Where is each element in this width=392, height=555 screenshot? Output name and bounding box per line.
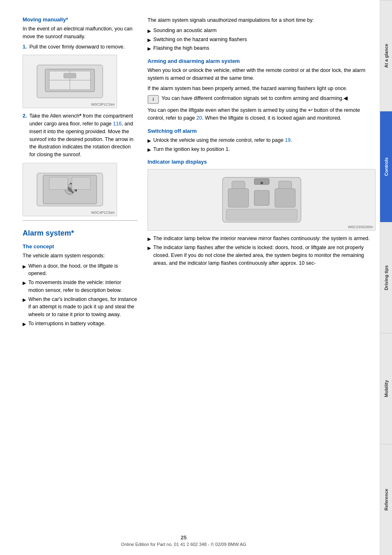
step-1: 1. Pull the cover firmly downward to rem… — [23, 43, 138, 51]
alarm-signals-intro: The alarm system signals unauthorized ma… — [148, 16, 376, 24]
side-tabs: At a glance Controls Driving tips Mobili… — [380, 0, 392, 555]
divider — [23, 220, 138, 221]
page-116-link[interactable]: 116 — [113, 121, 122, 127]
tab-reference[interactable]: Reference — [380, 444, 392, 555]
concept-title: The concept — [23, 243, 138, 250]
bullet-arrow-icon: ▶ — [148, 245, 151, 252]
arming-text-2: If the alarm system has been properly ar… — [148, 85, 376, 92]
svg-rect-22 — [254, 191, 269, 206]
svg-rect-18 — [228, 189, 249, 207]
sunroof-diagram-1 — [33, 61, 107, 102]
bullet-text: Unlock the vehicle using the remote cont… — [153, 136, 292, 144]
step-2: 2. Take the Allen wrench* from the compa… — [23, 112, 138, 159]
arming-text-1: When you lock or unlock the vehicle, eit… — [148, 67, 376, 82]
moving-manually-title: Moving manually* — [23, 16, 138, 23]
bullet-arrow-icon: ▶ — [148, 45, 151, 52]
tab-at-a-glance[interactable]: At a glance — [380, 0, 392, 111]
svg-rect-19 — [274, 189, 295, 207]
bullet-text: Sounding an acoustic alarm — [153, 27, 217, 35]
sunroof-image-1: W0C3P1C2en — [23, 55, 117, 108]
indicator-bullets: ▶ The indicator lamp below the interior … — [148, 235, 376, 267]
concept-bullets: ▶ When a door, the hood, or the liftgate… — [23, 262, 138, 328]
svg-rect-11 — [49, 177, 68, 190]
alarm-signals-bullets: ▶ Sounding an acoustic alarm ▶ Switching… — [148, 27, 376, 52]
bullet-text: Turn the ignition key to position 1. — [153, 146, 230, 153]
note-box: i You can have different confirmation si… — [148, 95, 376, 104]
note-text: You can have different confirmation sign… — [161, 95, 348, 102]
tab-controls[interactable]: Controls — [380, 111, 392, 222]
alarm-system-title: Alarm system* — [23, 229, 138, 238]
tab-label: At a glance — [384, 44, 389, 68]
bullet-arrow-icon: ▶ — [23, 296, 26, 303]
bullet-arrow-icon: ▶ — [23, 263, 26, 270]
footer-text: Online Edition for Part no. 01 41 2 602 … — [121, 542, 246, 547]
bullet-text: Flashing the high beams — [153, 44, 209, 52]
indicator-lamp-title: Indicator lamp displays — [148, 159, 376, 165]
list-item: ▶ The indicator lamp flashes after the v… — [148, 244, 376, 267]
image-1-label: W0C3P1C2en — [91, 102, 115, 106]
tab-label: Reference — [384, 489, 389, 511]
moving-manually-intro: In the event of an electrical malfunctio… — [23, 25, 138, 41]
bullet-text: When a door, the hood, or the liftgate i… — [28, 262, 138, 278]
tab-label: Controls — [384, 157, 389, 176]
tab-driving-tips[interactable]: Driving tips — [380, 222, 392, 333]
bullet-arrow-icon: ▶ — [148, 37, 151, 44]
list-item: ▶ The indicator lamp below the interior … — [148, 235, 376, 243]
bullet-text: The indicator lamp flashes after the veh… — [153, 244, 376, 267]
tab-label: Mobility — [384, 380, 389, 398]
tab-label: Driving tips — [384, 265, 389, 290]
indicator-lamp-image: W0C23S0265n — [148, 169, 376, 231]
step-1-num: 1. — [23, 43, 27, 51]
page-number: 25 — [0, 534, 367, 541]
svg-text:i: i — [152, 97, 154, 102]
right-column: The alarm system signals unauthorized ma… — [148, 16, 376, 331]
list-item: ▶ To interruptions in battery voltage. — [23, 320, 138, 328]
page-container: Moving manually* In the event of an elec… — [0, 0, 392, 555]
step-1-text: Pull the cover firmly downward to remove… — [29, 43, 125, 51]
switching-off-bullets: ▶ Unlock the vehicle using the remote co… — [148, 136, 376, 153]
svg-rect-5 — [64, 73, 76, 78]
image-2-label: W0C4P1C5en — [91, 210, 115, 215]
list-item: ▶ Unlock the vehicle using the remote co… — [148, 136, 376, 144]
list-item: ▶ Flashing the high beams — [148, 44, 376, 52]
bullet-arrow-icon: ▶ — [148, 137, 151, 144]
list-item: ▶ To movements inside the vehicle: inter… — [23, 279, 138, 294]
page-19-link[interactable]: 19 — [285, 137, 291, 143]
bullet-text: Switching on the hazard warning flashers — [153, 36, 247, 44]
indicator-image-label: W0C23S0265n — [348, 225, 373, 229]
bullet-text: To movements inside the vehicle: interio… — [28, 279, 138, 294]
svg-rect-12 — [72, 177, 90, 190]
list-item: ▶ Switching on the hazard warning flashe… — [148, 36, 376, 44]
step-2-text: Take the Allen wrench* from the compartm… — [29, 112, 138, 159]
sunroof-image-2: W0C4P1C5en — [23, 163, 117, 216]
page-footer: 25 Online Edition for Part no. 01 41 2 6… — [0, 534, 367, 547]
tab-mobility[interactable]: Mobility — [380, 333, 392, 444]
interior-diagram — [221, 175, 303, 224]
bullet-arrow-icon: ▶ — [148, 146, 151, 153]
bullet-arrow-icon: ▶ — [148, 28, 151, 35]
list-item: ▶ Sounding an acoustic alarm — [148, 27, 376, 35]
bullet-text: The indicator lamp below the interior re… — [153, 235, 370, 243]
concept-intro: The vehicle alarm system responds: — [23, 252, 138, 260]
bullet-arrow-icon: ▶ — [148, 236, 151, 243]
svg-point-23 — [261, 182, 263, 184]
bullet-arrow-icon: ▶ — [23, 321, 26, 328]
step-2-num: 2. — [23, 112, 27, 159]
left-column: Moving manually* In the event of an elec… — [23, 16, 138, 331]
bullet-arrow-icon: ▶ — [23, 280, 26, 287]
bullet-text: When the car's inclination changes, for … — [28, 296, 138, 319]
list-item: ▶ Turn the ignition key to position 1. — [148, 146, 376, 153]
switching-off-title: Switching off alarm — [148, 128, 376, 134]
bullet-text: To interruptions in battery voltage. — [28, 320, 106, 328]
svg-rect-20 — [226, 209, 297, 220]
arming-text-3: You can open the liftgate even when the … — [148, 106, 376, 122]
note-icon: i — [148, 95, 159, 104]
list-item: ▶ When a door, the hood, or the liftgate… — [23, 262, 138, 278]
sunroof-diagram-2 — [33, 169, 107, 210]
list-item: ▶ When the car's inclination changes, fo… — [23, 296, 138, 319]
page-20-link[interactable]: 20 — [196, 115, 202, 121]
arming-title: Arming and disarming alarm system — [148, 58, 376, 64]
